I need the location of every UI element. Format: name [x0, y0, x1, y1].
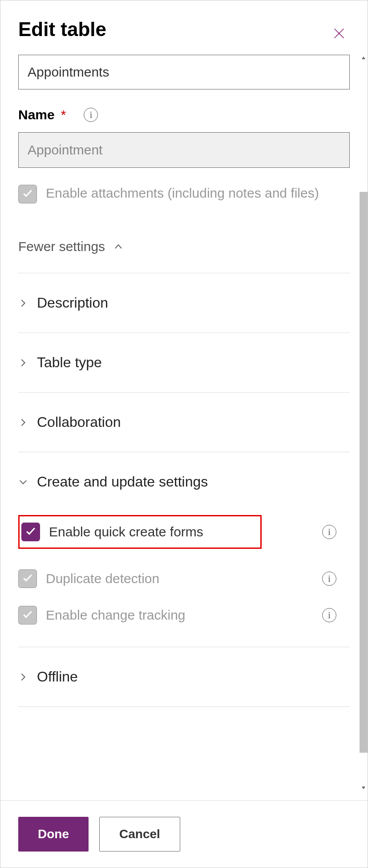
info-icon[interactable]: i — [322, 525, 336, 539]
enable-attachments-checkbox — [18, 185, 37, 203]
svg-marker-2 — [362, 57, 365, 59]
enable-change-tracking-label: Enable change tracking — [46, 608, 186, 623]
chevron-right-icon — [18, 418, 28, 427]
info-icon[interactable]: i — [322, 572, 336, 586]
duplicate-detection-label: Duplicate detection — [46, 571, 159, 586]
scrollbar-thumb[interactable] — [360, 192, 368, 753]
chevron-right-icon — [18, 298, 28, 308]
checkmark-icon — [22, 608, 33, 622]
close-icon — [333, 33, 345, 41]
chevron-right-icon — [18, 358, 28, 368]
section-offline-label: Offline — [37, 669, 78, 685]
highlight-annotation: Enable quick create forms — [18, 515, 262, 549]
enable-quick-create-checkbox[interactable] — [21, 523, 40, 541]
section-table-type[interactable]: Table type — [18, 333, 350, 393]
display-name-input[interactable] — [18, 55, 350, 89]
section-collaboration[interactable]: Collaboration — [18, 393, 350, 452]
scroll-up-arrow[interactable] — [360, 54, 368, 62]
section-create-update-label: Create and update settings — [37, 474, 208, 490]
checkmark-icon — [22, 572, 33, 585]
scroll-down-arrow[interactable] — [360, 784, 368, 792]
chevron-up-icon — [113, 241, 124, 252]
section-offline[interactable]: Offline — [18, 647, 350, 707]
section-description[interactable]: Description — [18, 273, 350, 333]
chevron-down-icon — [18, 477, 28, 487]
section-table-type-label: Table type — [37, 354, 102, 371]
duplicate-detection-checkbox — [18, 569, 37, 588]
enable-change-tracking-checkbox — [18, 606, 37, 625]
checkmark-icon — [25, 525, 36, 539]
fewer-settings-label: Fewer settings — [18, 239, 105, 254]
enable-quick-create-label: Enable quick create forms — [49, 524, 203, 539]
fewer-settings-toggle[interactable]: Fewer settings — [18, 239, 350, 273]
section-collaboration-label: Collaboration — [37, 414, 121, 430]
chevron-right-icon — [18, 672, 28, 682]
section-description-label: Description — [37, 295, 108, 311]
panel-title: Edit table — [18, 18, 106, 41]
cancel-button[interactable]: Cancel — [99, 817, 180, 852]
section-create-update[interactable]: Create and update settings — [18, 452, 350, 503]
name-label: Name — [18, 107, 55, 122]
info-icon[interactable]: i — [322, 608, 336, 622]
close-button[interactable] — [328, 23, 350, 46]
enable-attachments-label: Enable attachments (including notes and … — [46, 185, 319, 201]
done-button[interactable]: Done — [18, 817, 89, 852]
checkmark-icon — [22, 187, 33, 201]
info-icon[interactable]: i — [84, 108, 98, 122]
name-input — [18, 132, 350, 168]
svg-marker-3 — [362, 787, 365, 789]
required-indicator: * — [61, 107, 66, 122]
